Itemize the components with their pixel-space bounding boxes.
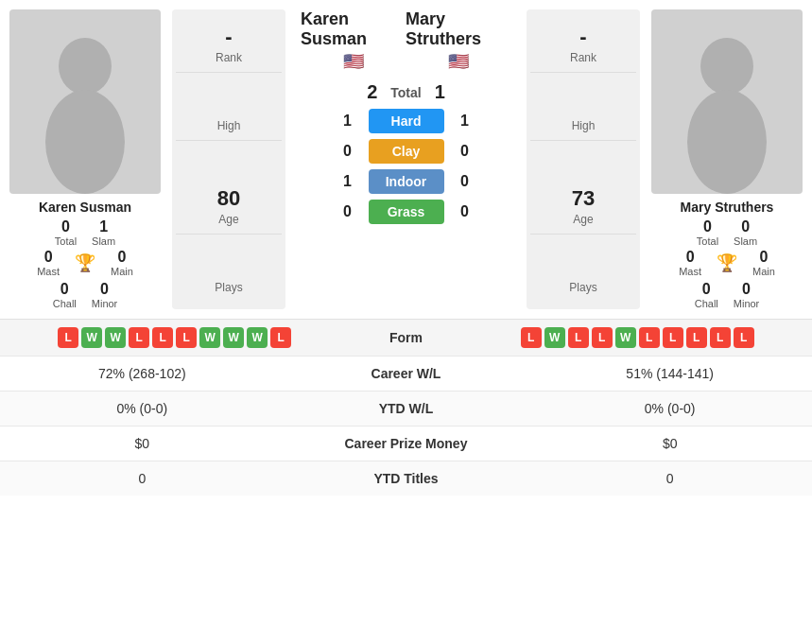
p2-minor-value: 0 [742,281,751,298]
player2-card: Mary Struthers 0 Total 0 Slam 0 Mast 🏆 [642,9,812,309]
p1-total-label: Total [55,235,77,247]
player1-card: Karen Susman 0 Total 1 Slam 0 Mast 🏆 [0,9,170,309]
top-section: Karen Susman 0 Total 1 Slam 0 Mast 🏆 [0,0,812,319]
p1-bottom-stats: 0 Chall 0 Minor [53,281,118,309]
surface-row-2: 1 Indoor 0 [291,169,521,194]
p2-total-score: 1 [435,81,445,103]
surface-badge: Clay [369,139,444,164]
p2-rank-block: - Rank [530,17,636,73]
p2-mast-label: Mast [679,266,701,277]
p2-name-flag: Mary Struthers 🇺🇸 [406,9,511,72]
total-label: Total [390,85,421,100]
p1-rank-block: - Rank [176,17,282,73]
p1-minor-label: Minor [92,298,118,309]
p1-mast-label: Mast [37,266,60,277]
surface-p2-score: 0 [456,173,475,190]
p2-main-cell: 0 Main [752,249,775,277]
p1-mast-cell: 0 Mast [37,249,60,277]
form-badge-8: L [710,327,731,348]
form-badge-1: W [544,327,565,348]
names-row: Karen Susman 🇺🇸 Mary Struthers 🇺🇸 [291,9,521,72]
form-badge-9: L [270,327,291,348]
p2-slam-value: 0 [741,218,750,235]
p2-plays-block: Plays [530,271,636,302]
p2-minor-label: Minor [734,298,760,309]
svg-point-3 [687,90,767,194]
p1-name-flag: Karen Susman 🇺🇸 [301,9,406,72]
svg-point-0 [59,38,112,95]
player1-name: Karen Susman [39,200,131,215]
p2-flag: 🇺🇸 [448,51,469,72]
p2-rank-label: Rank [570,51,596,64]
form-section: LWWLLLWWWL Form LWLLWLLLLL [0,319,812,356]
p2-bottom-stats: 0 Chall 0 Minor [695,281,760,309]
p2-total-value: 0 [703,218,712,235]
player2-avatar [651,9,803,194]
p2-form-badges: LWLLWLLLLL [473,327,803,348]
svg-point-2 [700,38,753,95]
form-badge-3: L [592,327,613,348]
surface-p1-score: 0 [338,203,357,220]
p2-chall-cell: 0 Chall [695,281,718,309]
p1-age-block: 80 Age [176,179,282,235]
stat-p1-val: 0% (0-0) [0,392,285,426]
form-badge-7: L [686,327,707,348]
p1-main-value: 0 [117,249,126,266]
player2-detail-card: - Rank High 73 Age Plays [527,9,640,309]
surface-p1-score: 1 [338,173,357,190]
p2-center-name: Mary Struthers [406,9,511,49]
p1-flag: 🇺🇸 [343,51,364,72]
p1-trophy-row: 0 Mast 🏆 0 Main [37,249,133,277]
p1-center-name: Karen Susman [301,9,406,49]
surface-p1-score: 1 [338,113,357,130]
form-label: Form [340,330,473,345]
p1-slam-cell: 1 Slam [92,218,115,247]
stat-center-label: Career W/L [285,357,528,392]
surface-badge: Grass [369,200,444,224]
stat-center-label: YTD Titles [285,461,528,496]
p1-high-block: High [176,110,282,141]
p1-chall-cell: 0 Chall [53,281,77,309]
p2-total-cell: 0 Total [697,218,718,247]
p1-chall-value: 0 [60,281,69,298]
p1-rank-value: - [225,25,232,49]
stat-p1-val: 0 [0,461,285,496]
p2-slam-cell: 0 Slam [734,218,757,247]
form-badge-2: L [568,327,589,348]
p2-high-block: High [530,110,636,141]
player2-name: Mary Struthers [681,200,774,215]
center-column: Karen Susman 🇺🇸 Mary Struthers 🇺🇸 2 Tota… [287,9,525,309]
form-badge-5: L [176,327,197,348]
form-badge-5: L [639,327,660,348]
surface-badge: Indoor [369,169,444,194]
p1-main-cell: 0 Main [111,249,133,277]
p2-age-label: Age [573,213,593,226]
p2-high-label: High [572,119,596,132]
svg-point-1 [45,90,125,194]
player1-stats: 0 Total 1 Slam [55,218,115,247]
surface-row-1: 0 Clay 0 [291,139,521,164]
p1-plays-label: Plays [215,281,242,294]
stat-center-label: YTD W/L [285,392,528,426]
player2-stats: 0 Total 0 Slam [697,218,757,247]
p1-plays-block: Plays [176,271,282,302]
form-badge-6: W [199,327,220,348]
main-container: Karen Susman 0 Total 1 Slam 0 Mast 🏆 [0,0,812,644]
player1-detail-card: - Rank High 80 Age Plays [172,9,285,309]
p2-total-label: Total [697,235,718,247]
stat-center-label: Career Prize Money [285,426,528,461]
p1-minor-cell: 0 Minor [92,281,118,309]
p1-trophy-icon: 🏆 [75,252,95,273]
p1-total-cell: 0 Total [55,218,77,247]
p2-mast-value: 0 [686,249,695,266]
p1-rank-label: Rank [216,51,242,64]
p1-slam-label: Slam [92,235,115,247]
form-badge-2: W [105,327,126,348]
stat-p1-val: $0 [0,426,285,461]
surface-p2-score: 1 [456,113,475,130]
p1-age-value: 80 [217,186,240,211]
p1-chall-label: Chall [53,298,77,309]
p2-chall-label: Chall [695,298,718,309]
stat-p2-val: $0 [527,426,812,461]
player1-avatar [9,9,161,194]
